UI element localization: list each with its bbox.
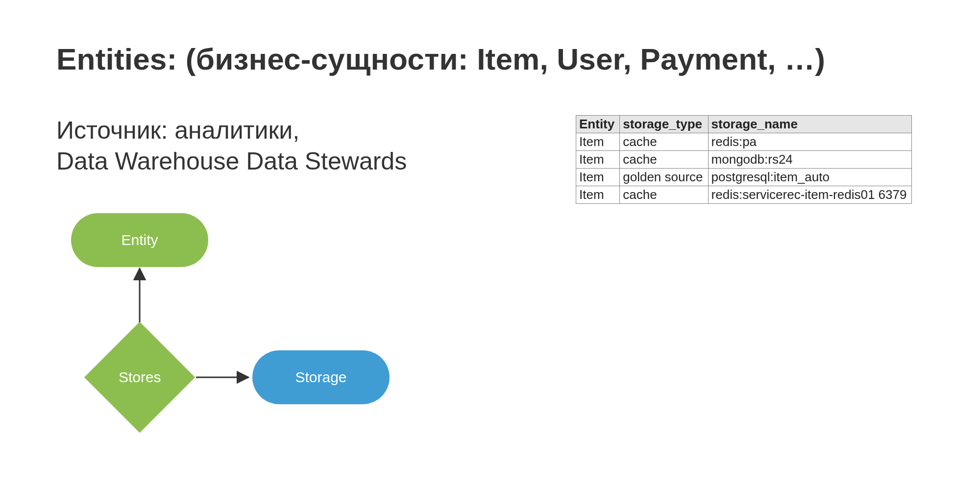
col-storage-type: storage_type — [620, 116, 708, 133]
table-row: Item cache redis:pa — [576, 133, 912, 151]
table-header-row: Entity storage_type storage_name — [576, 116, 912, 133]
entity-storage-table: Entity storage_type storage_name Item ca… — [576, 115, 912, 204]
entity-node-label: Entity — [121, 232, 158, 248]
subtitle-line-2: Data Warehouse Data Stewards — [56, 147, 407, 175]
table-row: Item cache mongodb:rs24 — [576, 151, 912, 169]
source-text: Источник: аналитики, Data Warehouse Data… — [56, 115, 407, 176]
stores-node-label: Stores — [119, 369, 161, 386]
page-title: Entities: (бизнес-сущности: Item, User, … — [56, 42, 825, 76]
entity-node: Entity — [71, 213, 208, 267]
col-entity: Entity — [576, 116, 620, 133]
subtitle-line-1: Источник: аналитики, — [56, 117, 299, 144]
col-storage-name: storage_name — [708, 116, 912, 133]
table-row: Item cache redis:servicerec-item-redis01… — [576, 186, 912, 204]
storage-node-label: Storage — [295, 369, 346, 386]
slide: Entities: (бизнес-сущности: Item, User, … — [0, 0, 980, 490]
entity-stores-storage-diagram: Entity Stores Storage — [56, 211, 448, 436]
storage-node: Storage — [252, 350, 390, 404]
table-row: Item golden source postgresql:item_auto — [576, 169, 912, 186]
